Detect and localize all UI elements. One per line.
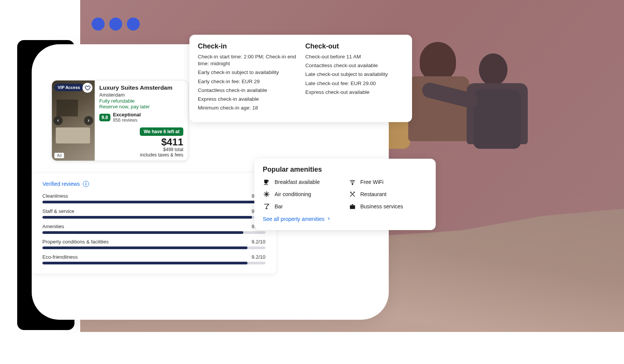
- restaurant-icon: [349, 190, 356, 198]
- review-label: Staff & service: [42, 208, 74, 214]
- bar-icon: [263, 203, 270, 210]
- ad-badge: Ad: [54, 153, 64, 158]
- review-label: Amenities: [42, 224, 64, 229]
- checkout-column: Check-out Check-out before 11 AM Contact…: [306, 42, 404, 114]
- price: $411: [99, 137, 183, 147]
- browser-dot: [92, 18, 105, 31]
- ac-icon: [263, 190, 270, 198]
- price-total: $499 total: [99, 147, 183, 152]
- review-label: Property conditions & facilities: [42, 239, 108, 245]
- taxes-note: includes taxes & fees: [99, 152, 183, 158]
- svg-point-0: [352, 184, 352, 185]
- amenity-label: Free WiFi: [360, 179, 384, 185]
- score-bar-fill: [42, 216, 252, 219]
- amenity-label: Business services: [360, 203, 403, 209]
- review-row: Property conditions & facilities9.2/10: [42, 239, 265, 249]
- score-bar-fill: [42, 231, 243, 234]
- review-row: Amenities9.0/10: [42, 224, 265, 234]
- favorite-button[interactable]: [82, 83, 92, 93]
- amenity-item: Air conditioning: [263, 190, 342, 198]
- reserve-label: Reserve now, pay later: [99, 104, 183, 110]
- see-all-label: See all property amenities: [263, 216, 325, 222]
- browser-dots: [80, 14, 624, 31]
- checkout-item: Late check-out fee: EUR 29.00: [306, 80, 404, 87]
- chevron-right-icon: [327, 216, 331, 222]
- business-icon: [349, 203, 356, 210]
- amenity-item: Free WiFi: [349, 178, 428, 186]
- next-image-button[interactable]: [84, 116, 93, 125]
- browser-dot: [109, 18, 122, 31]
- checkin-item: Early check-in fee: EUR 29: [198, 78, 296, 85]
- browser-frame: [80, 14, 624, 37]
- checkout-item: Express check-out available: [306, 89, 404, 96]
- reviews-count: 856 reviews: [113, 118, 141, 123]
- hotel-card[interactable]: VIP Access Ad Luxury Suites Amsterdam Am…: [52, 80, 188, 161]
- amenity-grid: Breakfast availableFree WiFiAir conditio…: [263, 178, 427, 210]
- rating-text: Exceptional: [113, 112, 141, 118]
- review-label: Cleanliness: [42, 193, 68, 199]
- review-score: 9.2/10: [252, 254, 265, 260]
- info-icon: i: [83, 181, 89, 187]
- chevron-right-icon: [87, 119, 91, 122]
- review-label: Eco-friendliness: [42, 254, 78, 260]
- checkin-item: Minimum check-in age: 18: [198, 105, 296, 111]
- checkout-title: Check-out: [306, 42, 404, 50]
- amenities-title: Popular amenities: [263, 166, 427, 174]
- rating-row: 9.8 Exceptional 856 reviews: [99, 112, 183, 123]
- amenity-item: Restaurant: [349, 190, 428, 198]
- hotel-location: Amsterdam: [99, 92, 183, 98]
- amenities-card: Popular amenities Breakfast availableFre…: [254, 159, 436, 230]
- review-row: Cleanliness9.6/10: [42, 193, 265, 203]
- score-bar-track: [42, 201, 265, 203]
- breakfast-icon: [263, 178, 270, 186]
- score-bar-track: [42, 231, 265, 234]
- chevron-left-icon: [56, 119, 60, 122]
- prev-image-button[interactable]: [53, 116, 63, 125]
- score-bar-track: [42, 216, 265, 219]
- hotel-title: Luxury Suites Amsterdam: [99, 84, 183, 91]
- price-block: We have 6 left at $411 $499 total includ…: [99, 127, 183, 158]
- see-all-amenities-link[interactable]: See all property amenities: [263, 216, 331, 222]
- amenity-item: Breakfast available: [263, 178, 342, 186]
- refundable-label: Fully refundable: [99, 98, 183, 104]
- amenity-item: Bar: [263, 203, 342, 210]
- verified-reviews-link[interactable]: Verified reviews i: [42, 181, 265, 187]
- checkout-item: Check-out before 11 AM: [306, 53, 404, 60]
- reviews-list: Cleanliness9.6/10Staff & service9.4/10Am…: [42, 193, 265, 264]
- review-row: Eco-friendliness9.2/10: [42, 254, 265, 264]
- checkout-item: Contactless check-out available: [306, 62, 404, 69]
- amenity-label: Restaurant: [360, 191, 386, 197]
- score-bar-fill: [42, 262, 247, 264]
- checkin-item: Early check-in subject to availability: [198, 69, 296, 76]
- availability-badge: We have 6 left at: [140, 127, 183, 136]
- checkin-card: Check-in Check-in start time: 2:00 PM; C…: [189, 35, 412, 122]
- browser-dot: [127, 18, 140, 31]
- amenity-item: Business services: [349, 203, 428, 210]
- amenity-label: Breakfast available: [275, 179, 320, 185]
- vip-badge: VIP Access: [54, 84, 84, 91]
- score-bar-fill: [42, 246, 247, 249]
- rating-badge: 9.8: [99, 114, 110, 121]
- score-bar-track: [42, 246, 265, 249]
- checkout-item: Late check-out subject to availability: [306, 71, 404, 78]
- review-row: Staff & service9.4/10: [42, 208, 265, 219]
- checkin-column: Check-in Check-in start time: 2:00 PM; C…: [198, 42, 296, 114]
- wifi-icon: [349, 178, 356, 186]
- main-content-card: VIP Access Ad Luxury Suites Amsterdam Am…: [32, 44, 389, 320]
- checkin-item: Check-in start time: 2:00 PM; Check-in e…: [198, 53, 296, 67]
- hotel-info: Luxury Suites Amsterdam Amsterdam Fully …: [95, 81, 188, 161]
- score-bar-fill: [42, 201, 257, 203]
- heart-icon: [85, 85, 91, 91]
- amenity-label: Bar: [275, 203, 283, 209]
- checkin-item: Contactless check-in available: [198, 87, 296, 94]
- checkin-item: Express check-in available: [198, 96, 296, 103]
- hotel-image: VIP Access Ad: [52, 81, 95, 161]
- review-score: 9.2/10: [252, 239, 265, 245]
- amenity-label: Air conditioning: [275, 191, 311, 197]
- checkin-title: Check-in: [198, 42, 296, 50]
- verified-label: Verified reviews: [42, 181, 80, 187]
- score-bar-track: [42, 262, 265, 264]
- reviews-card: Verified reviews i Cleanliness9.6/10Staf…: [32, 173, 276, 274]
